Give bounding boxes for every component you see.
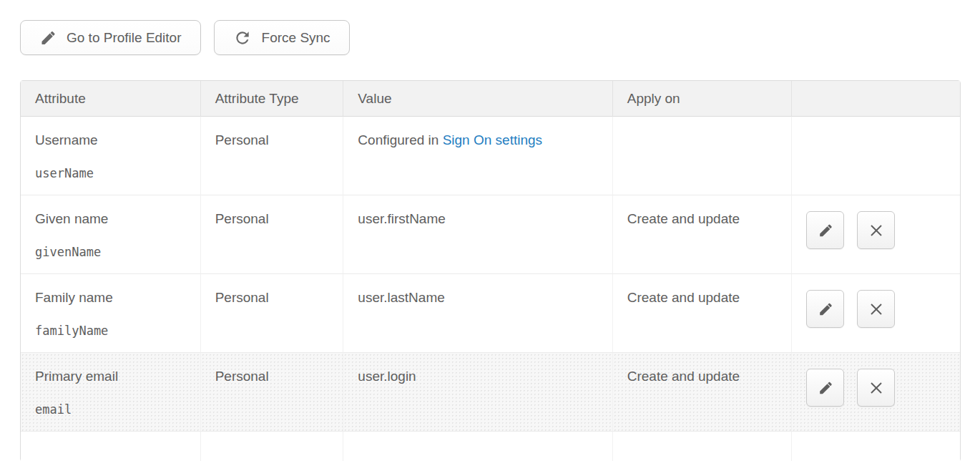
refresh-icon bbox=[233, 29, 252, 47]
attribute-variable-name: userName bbox=[35, 166, 200, 180]
column-header-apply-on: Apply on bbox=[613, 81, 793, 117]
edit-attribute-button[interactable] bbox=[806, 211, 844, 249]
column-header-attribute-type: Attribute Type bbox=[201, 81, 344, 117]
attribute-label: Given name bbox=[35, 211, 200, 227]
remove-attribute-button[interactable] bbox=[857, 211, 895, 249]
value-text: Configured in bbox=[358, 132, 442, 147]
apply-on-cell: Create and update bbox=[613, 353, 793, 432]
value-cell: user.lastName bbox=[343, 274, 612, 353]
pencil-icon bbox=[818, 223, 833, 238]
row-actions bbox=[806, 369, 960, 407]
close-icon bbox=[868, 301, 885, 318]
attribute-variable-name: givenName bbox=[35, 245, 200, 259]
apply-on-cell bbox=[613, 117, 793, 195]
attribute-variable-name: familyName bbox=[35, 324, 200, 338]
table-header-row: Attribute Attribute Type Value Apply on bbox=[21, 81, 960, 117]
column-header-attribute: Attribute bbox=[21, 81, 201, 117]
pencil-icon bbox=[39, 29, 57, 47]
attribute-label: Family name bbox=[35, 290, 200, 306]
sign-on-settings-link[interactable]: Sign On settings bbox=[443, 132, 542, 147]
force-sync-button[interactable]: Force Sync bbox=[214, 20, 350, 55]
close-icon bbox=[868, 379, 885, 397]
value-cell: user.login bbox=[343, 353, 612, 432]
attribute-label: Primary email bbox=[35, 369, 200, 384]
column-header-actions bbox=[792, 81, 960, 117]
row-actions bbox=[806, 290, 960, 328]
table-row-given-name: Given name givenName Personal user.first… bbox=[21, 195, 960, 274]
attribute-label: Username bbox=[35, 132, 200, 148]
attribute-type-cell: Personal bbox=[201, 195, 344, 274]
close-icon bbox=[868, 222, 885, 239]
remove-attribute-button[interactable] bbox=[857, 290, 895, 328]
pencil-icon bbox=[818, 301, 833, 317]
actions-cell bbox=[792, 117, 960, 195]
attribute-type-cell: Personal bbox=[201, 353, 344, 432]
table-row-family-name: Family name familyName Personal user.las… bbox=[21, 274, 960, 353]
pencil-icon bbox=[818, 380, 833, 396]
go-to-profile-editor-button[interactable]: Go to Profile Editor bbox=[20, 20, 201, 55]
table-row-username: Username userName Personal Configured in… bbox=[21, 117, 960, 195]
attribute-type-cell: Personal bbox=[201, 274, 344, 353]
remove-attribute-button[interactable] bbox=[857, 369, 895, 407]
edit-attribute-button[interactable] bbox=[806, 369, 844, 407]
row-actions bbox=[806, 211, 960, 249]
go-to-profile-editor-label: Go to Profile Editor bbox=[67, 30, 182, 46]
table-row-partial bbox=[21, 432, 960, 461]
toolbar: Go to Profile Editor Force Sync bbox=[20, 20, 980, 55]
attribute-variable-name: email bbox=[35, 402, 200, 417]
column-header-value: Value bbox=[343, 81, 612, 117]
value-cell: user.firstName bbox=[343, 195, 612, 274]
attribute-mappings-table: Attribute Attribute Type Value Apply on … bbox=[20, 80, 961, 461]
edit-attribute-button[interactable] bbox=[806, 290, 844, 328]
attribute-mappings-page: Go to Profile Editor Force Sync Attribut… bbox=[0, 0, 980, 461]
apply-on-cell: Create and update bbox=[613, 274, 793, 353]
apply-on-cell: Create and update bbox=[613, 195, 793, 274]
table-row-primary-email: Primary email email Personal user.login … bbox=[21, 353, 960, 432]
force-sync-label: Force Sync bbox=[262, 30, 330, 46]
attribute-type-cell: Personal bbox=[201, 117, 344, 195]
